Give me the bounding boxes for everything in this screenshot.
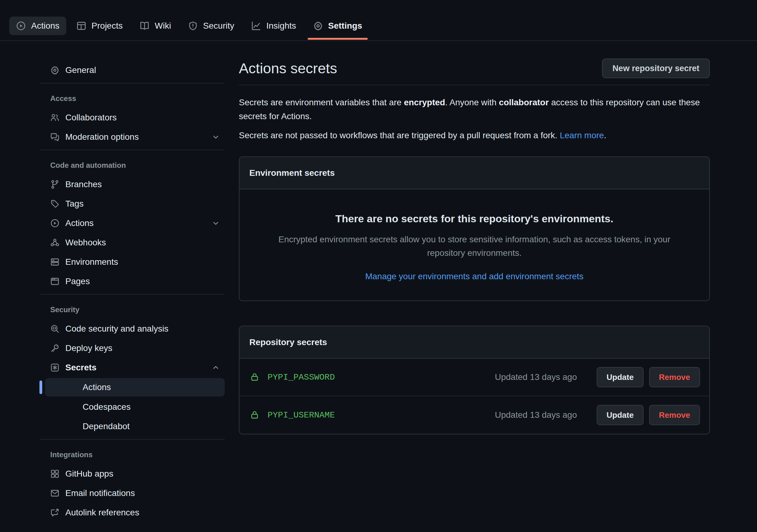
active-tab-underline (308, 38, 368, 40)
remove-secret-button[interactable]: Remove (649, 405, 700, 425)
sidebar-item-label: General (65, 65, 96, 75)
sidebar-item-email-notifications[interactable]: Email notifications (40, 483, 225, 503)
tab-projects-label: Projects (92, 21, 123, 31)
tab-insights[interactable]: Insights (244, 16, 303, 35)
key-icon (50, 344, 59, 353)
selected-item-indicator (40, 380, 42, 394)
divider (40, 294, 225, 294)
lock-icon (250, 410, 259, 420)
tab-wiki-label: Wiki (155, 21, 171, 31)
fork-note-suffix: . (604, 130, 606, 140)
actions-secrets-page: Actions secrets New repository secret Se… (239, 59, 710, 434)
settings-sidebar: General Access Collaborators Moderation … (40, 60, 225, 522)
tab-wiki[interactable]: Wiki (133, 16, 178, 35)
intro-part-2: . Anyone with (445, 98, 499, 107)
fork-note-part: Secrets are not passed to workflows that… (239, 130, 560, 140)
sidebar-item-branches[interactable]: Branches (40, 175, 225, 194)
mail-icon (50, 489, 59, 498)
intro-part-1: Secrets are environment variables that a… (239, 98, 404, 107)
tab-actions-label: Actions (31, 21, 59, 31)
sidebar-section-access: Access (40, 89, 225, 108)
chevron-up-icon (212, 364, 220, 372)
sidebar-item-code-security[interactable]: Code security and analysis (40, 319, 225, 338)
sidebar-item-actions[interactable]: Actions (40, 213, 225, 233)
sidebar-item-label: Code security and analysis (65, 324, 168, 334)
page-title: Actions secrets (239, 59, 337, 78)
server-icon (50, 257, 59, 266)
browser-icon (50, 277, 59, 286)
sidebar-item-label: Email notifications (65, 488, 135, 498)
divider (40, 439, 225, 440)
sidebar-item-label: Environments (65, 257, 118, 267)
webhook-icon (50, 238, 59, 247)
key-asterisk-icon (50, 363, 59, 372)
update-secret-button[interactable]: Update (597, 367, 644, 387)
sidebar-item-environments[interactable]: Environments (40, 252, 225, 271)
empty-state-description: Encrypted environment secrets allow you … (258, 233, 690, 260)
sidebar-section-security: Security (40, 300, 225, 319)
sidebar-section-code-and-automation: Code and automation (40, 156, 225, 175)
tab-projects[interactable]: Projects (70, 16, 130, 35)
people-icon (50, 113, 59, 122)
secret-row-pypi-username: PYPI_USERNAME Updated 13 days ago Update… (239, 396, 709, 434)
tab-security[interactable]: Security (181, 16, 241, 35)
sidebar-item-secrets[interactable]: Secrets (40, 358, 225, 377)
sidebar-item-collaborators[interactable]: Collaborators (40, 108, 225, 127)
sidebar-item-webhooks[interactable]: Webhooks (40, 233, 225, 252)
secret-updated-timestamp: Updated 13 days ago (495, 410, 577, 420)
sidebar-subitem-label: Actions (83, 382, 111, 392)
intro-bold-collaborator: collaborator (499, 98, 549, 107)
tab-settings[interactable]: Settings (306, 16, 369, 35)
learn-more-link[interactable]: Learn more (560, 130, 604, 140)
sidebar-section-integrations: Integrations (40, 445, 225, 464)
manage-environments-link[interactable]: Manage your environments and add environ… (365, 271, 584, 281)
gear-icon (313, 21, 323, 31)
sidebar-subitem-actions[interactable]: Actions (45, 378, 225, 397)
sidebar-item-tags[interactable]: Tags (40, 194, 225, 213)
sidebar-item-moderation-options[interactable]: Moderation options (40, 127, 225, 147)
tab-insights-label: Insights (266, 21, 296, 31)
play-circle-icon (50, 219, 59, 228)
environment-secrets-empty-state: There are no secrets for this repository… (239, 189, 709, 300)
book-icon (139, 21, 149, 31)
update-secret-button[interactable]: Update (597, 405, 644, 425)
sidebar-item-pages[interactable]: Pages (40, 271, 225, 291)
sidebar-item-label: Pages (65, 276, 90, 286)
secret-name: PYPI_PASSWORD (267, 373, 335, 382)
sidebar-subitem-codespaces[interactable]: Codespaces (40, 397, 225, 417)
sidebar-item-label: Moderation options (65, 132, 139, 142)
sidebar-item-autolink-references[interactable]: Autolink references (40, 503, 225, 522)
fork-note-text: Secrets are not passed to workflows that… (239, 128, 710, 142)
cross-reference-icon (50, 508, 59, 517)
intro-bold-encrypted: encrypted (404, 98, 445, 107)
codescan-icon (50, 324, 59, 333)
empty-state-title: There are no secrets for this repository… (258, 213, 691, 225)
secrets-intro-text: Secrets are environment variables that a… (239, 96, 710, 123)
project-table-icon (76, 21, 86, 31)
sidebar-item-general[interactable]: General (40, 60, 225, 80)
play-circle-icon (16, 21, 26, 31)
tab-actions[interactable]: Actions (9, 16, 66, 35)
sidebar-item-label: Tags (65, 199, 83, 209)
sidebar-subitem-dependabot[interactable]: Dependabot (40, 417, 225, 436)
secret-name: PYPI_USERNAME (267, 410, 335, 420)
sidebar-item-label: Branches (65, 180, 102, 189)
sidebar-item-label: Secrets (65, 363, 97, 373)
page-header: Actions secrets New repository secret (239, 59, 710, 78)
tab-settings-label: Settings (328, 21, 362, 31)
tag-icon (50, 199, 59, 209)
remove-secret-button[interactable]: Remove (649, 367, 700, 387)
repository-secrets-box: Repository secrets PYPI_PASSWORD Updated… (239, 326, 710, 434)
gear-icon (50, 66, 59, 75)
comment-discussion-icon (50, 132, 59, 142)
graph-icon (251, 21, 261, 31)
new-repository-secret-button[interactable]: New repository secret (602, 59, 710, 78)
sidebar-item-deploy-keys[interactable]: Deploy keys (40, 338, 225, 358)
sidebar-item-label: Deploy keys (65, 343, 112, 353)
divider (40, 150, 225, 150)
environment-secrets-box: Environment secrets There are no secrets… (239, 156, 710, 301)
chevron-down-icon (212, 219, 220, 227)
sidebar-item-label: Autolink references (65, 508, 139, 518)
sidebar-item-github-apps[interactable]: GitHub apps (40, 464, 225, 483)
secret-row-pypi-password: PYPI_PASSWORD Updated 13 days ago Update… (239, 359, 709, 396)
